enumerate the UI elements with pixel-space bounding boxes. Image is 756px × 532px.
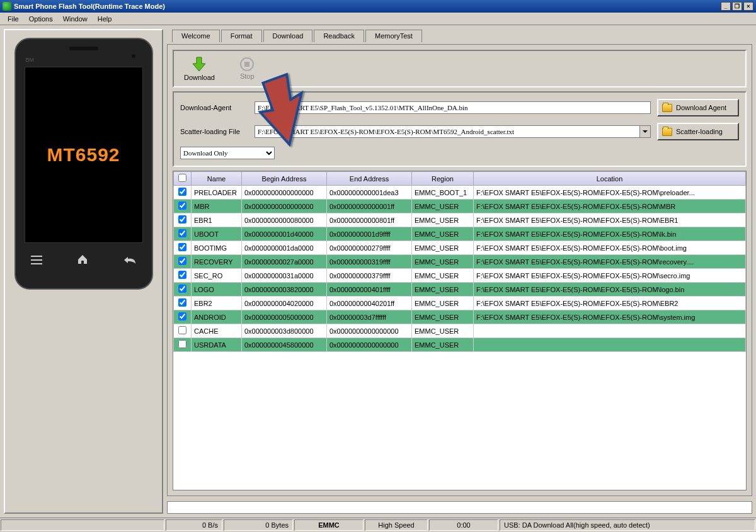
cell-name: PRELOADER [192, 186, 242, 200]
cell-name: ANDROID [192, 310, 242, 324]
tab-download[interactable]: Download [263, 30, 313, 42]
scatter-loading-browse-button[interactable]: Scatter-loading [657, 123, 739, 140]
cell-end: 0x00000003d7ffffff [327, 310, 412, 324]
row-checkbox[interactable] [178, 298, 186, 307]
tab-format[interactable]: Format [221, 30, 262, 42]
cell-region: EMMC_USER [412, 227, 474, 241]
svg-rect-2 [31, 263, 42, 264]
menu-file[interactable]: File [3, 14, 24, 24]
svg-rect-1 [31, 259, 42, 261]
cell-region: EMMC_USER [412, 297, 474, 310]
phone-screen: MT6592 [25, 67, 143, 243]
cell-end: 0x00000000000801ff [327, 213, 412, 227]
header-end[interactable]: End Address [327, 172, 412, 186]
row-checkbox[interactable] [178, 229, 186, 237]
table-row[interactable]: MBR0x00000000000000000x00000000000001ffE… [174, 200, 746, 213]
download-agent-browse-button[interactable]: Download Agent [657, 99, 739, 116]
cell-begin: 0x0000000001d40000 [242, 227, 327, 241]
table-row[interactable]: USRDATA0x00000000458000000x0000000000000… [174, 338, 746, 352]
download-agent-browse-label: Download Agent [676, 104, 726, 111]
header-checkbox[interactable] [174, 172, 192, 186]
table-row[interactable]: UBOOT0x0000000001d400000x0000000001d9fff… [174, 227, 746, 241]
download-mode-select[interactable]: Download Only [180, 147, 275, 159]
scatter-file-label: Scatter-loading File [180, 128, 255, 135]
row-checkbox[interactable] [178, 215, 186, 224]
cell-end: 0x000000000001dea3 [327, 186, 412, 200]
table-row[interactable]: SEC_RO0x00000000031a00000x000000000379ff… [174, 269, 746, 283]
table-row[interactable]: PRELOADER0x00000000000000000x00000000000… [174, 186, 746, 200]
cell-location: F:\EFOX SMART E5\EFOX-E5(S)-ROM\EFOX-E5(… [474, 310, 746, 324]
status-storage: EMMC [294, 519, 364, 531]
scatter-loading-browse-label: Scatter-loading [676, 128, 723, 135]
cell-location: F:\EFOX SMART E5\EFOX-E5(S)-ROM\EFOX-E5(… [474, 297, 746, 310]
tab-readback[interactable]: Readback [314, 30, 364, 42]
cell-name: CACHE [192, 324, 242, 338]
stop-icon [240, 57, 254, 71]
tab-content-download: Download Stop Download-Agent Download Ag… [167, 44, 752, 496]
status-mode: High Speed [365, 519, 428, 531]
folder-icon [662, 104, 672, 112]
cell-end: 0x00000000040201ff [327, 297, 412, 310]
window-title: Smart Phone Flash Tool(Runtime Trace Mod… [14, 3, 721, 10]
menu-options[interactable]: Options [24, 14, 58, 24]
cell-begin: 0x000000003d800000 [242, 324, 327, 338]
cell-name: RECOVERY [192, 255, 242, 269]
cell-name: SEC_RO [192, 269, 242, 283]
cell-begin: 0x0000000000000000 [242, 186, 327, 200]
table-row[interactable]: EBR10x00000000000800000x00000000000801ff… [174, 213, 746, 227]
row-checkbox[interactable] [178, 201, 186, 210]
tab-memorytest[interactable]: MemoryTest [365, 30, 422, 42]
row-checkbox[interactable] [178, 340, 186, 348]
scatter-file-path[interactable] [255, 125, 651, 138]
row-checkbox[interactable] [178, 188, 186, 196]
cell-begin: 0x0000000003820000 [242, 283, 327, 297]
row-checkbox[interactable] [178, 257, 186, 265]
table-row[interactable]: BOOTIMG0x0000000001da00000x000000000279f… [174, 241, 746, 255]
close-button[interactable]: × [743, 2, 753, 11]
status-usb: USB: DA Download All(high speed, auto de… [500, 519, 755, 531]
table-row[interactable]: CACHE0x000000003d8000000x000000000000000… [174, 324, 746, 338]
progress-bar [167, 501, 752, 514]
table-row[interactable]: RECOVERY0x00000000027a00000x000000000319… [174, 255, 746, 269]
status-speed: 0 B/s [166, 519, 222, 531]
chipset-label: MT6592 [47, 144, 120, 166]
maximize-button[interactable]: ❐ [732, 2, 742, 11]
row-checkbox[interactable] [178, 285, 186, 293]
tab-welcome[interactable]: Welcome [172, 30, 220, 42]
row-checkbox[interactable] [178, 326, 186, 334]
header-region[interactable]: Region [412, 172, 474, 186]
table-row[interactable]: ANDROID0x00000000050000000x00000003d7fff… [174, 310, 746, 324]
cell-location: F:\EFOX SMART E5\EFOX-E5(S)-ROM\EFOX-E5(… [474, 269, 746, 283]
back-hw-icon [123, 254, 137, 268]
cell-end: 0x000000000401ffff [327, 283, 412, 297]
cell-begin: 0x00000000031a0000 [242, 269, 327, 283]
row-checkbox[interactable] [178, 312, 186, 320]
cell-begin: 0x00000000027a0000 [242, 255, 327, 269]
row-checkbox[interactable] [178, 243, 186, 251]
download-agent-path[interactable] [255, 101, 651, 114]
row-checkbox[interactable] [178, 271, 186, 279]
menu-window[interactable]: Window [58, 14, 93, 24]
header-name[interactable]: Name [192, 172, 242, 186]
partition-table[interactable]: Name Begin Address End Address Region Lo… [173, 171, 747, 490]
cell-name: EBR2 [192, 297, 242, 310]
menu-help[interactable]: Help [93, 14, 117, 24]
phone-preview-panel: BM MT6592 [4, 29, 163, 514]
title-bar: Smart Phone Flash Tool(Runtime Trace Mod… [0, 0, 756, 13]
chevron-down-icon[interactable] [639, 126, 650, 137]
table-row[interactable]: EBR20x00000000040200000x00000000040201ff… [174, 297, 746, 310]
cell-region: EMMC_USER [412, 255, 474, 269]
download-button[interactable]: Download [184, 56, 215, 81]
cell-end: 0x000000000379ffff [327, 269, 412, 283]
minimize-button[interactable]: _ [721, 2, 731, 11]
cell-name: LOGO [192, 283, 242, 297]
header-begin[interactable]: Begin Address [242, 172, 327, 186]
header-location[interactable]: Location [474, 172, 746, 186]
cell-end: 0x0000000000000000 [327, 338, 412, 352]
cell-region: EMMC_BOOT_1 [412, 186, 474, 200]
phone-speaker [69, 47, 98, 50]
action-toolbar: Download Stop [173, 50, 747, 88]
cell-location: F:\EFOX SMART E5\EFOX-E5(S)-ROM\EFOX-E5(… [474, 213, 746, 227]
table-row[interactable]: LOGO0x00000000038200000x000000000401ffff… [174, 283, 746, 297]
cell-begin: 0x0000000045800000 [242, 338, 327, 352]
